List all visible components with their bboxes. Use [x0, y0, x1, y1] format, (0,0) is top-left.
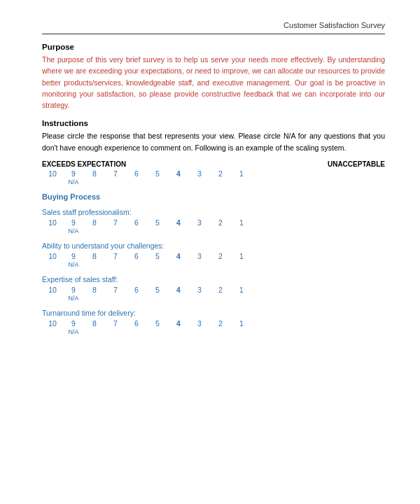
header-title: Customer Satisfaction Survey: [284, 21, 385, 29]
scale-labels: EXCEEDS EXPECTATION UNACCEPTABLE: [42, 160, 385, 168]
scale-example: EXCEEDS EXPECTATION UNACCEPTABLE 10 9 N/…: [42, 160, 385, 186]
scale-num-1: 1: [231, 169, 252, 178]
question-2-scale: 10 9 N/A 8 7 6 5 4 3 2 1: [42, 252, 385, 268]
scale-num-6: 6: [126, 169, 147, 178]
scale-num-8: 8: [84, 169, 105, 178]
question-4-scale: 10 9 N/A 8 7 6 5 4 3 2 1: [42, 319, 385, 335]
purpose-body: The purpose of this very brief survey is…: [42, 54, 385, 111]
scale-num-9-na: 9 N/A: [63, 169, 84, 186]
instructions-section: Instructions Please circle the response …: [42, 119, 385, 153]
instructions-body: Please circle the response that best rep…: [42, 130, 385, 153]
scale-example-numbers: 10 9 N/A 8 7 6 5 4 3 2 1: [42, 169, 385, 186]
scale-num-2: 2: [210, 169, 231, 178]
question-3-scale: 10 9 N/A 8 7 6 5 4 3 2 1: [42, 286, 385, 302]
question-1-label: Sales staff professionalism:: [42, 208, 385, 216]
instructions-heading: Instructions: [42, 119, 385, 127]
purpose-section: Purpose The purpose of this very brief s…: [42, 43, 385, 111]
scale-left-label: EXCEEDS EXPECTATION: [42, 160, 126, 168]
scale-right-label: UNACCEPTABLE: [328, 160, 385, 168]
question-1: Sales staff professionalism: 10 9 N/A 8 …: [42, 208, 385, 234]
buying-process-section: Buying Process Sales staff professionali…: [42, 192, 385, 335]
scale-num-5: 5: [147, 169, 168, 178]
question-1-scale: 10 9 N/A 8 7 6 5 4 3 2 1: [42, 218, 385, 234]
buying-process-heading: Buying Process: [42, 192, 385, 201]
page: Customer Satisfaction Survey Purpose The…: [0, 0, 420, 504]
header: Customer Satisfaction Survey: [42, 21, 385, 34]
question-2-label: Ability to understand your challenges:: [42, 241, 385, 250]
question-3: Expertise of sales staff: 10 9 N/A 8 7 6…: [42, 275, 385, 302]
question-4-label: Turnaround time for delivery:: [42, 309, 385, 317]
question-3-label: Expertise of sales staff:: [42, 275, 385, 284]
scale-num-7: 7: [105, 169, 126, 178]
question-2: Ability to understand your challenges: 1…: [42, 241, 385, 268]
scale-num-10: 10: [42, 169, 63, 178]
question-4: Turnaround time for delivery: 10 9 N/A 8…: [42, 309, 385, 335]
scale-num-4: 4: [168, 169, 189, 178]
purpose-heading: Purpose: [42, 43, 385, 51]
scale-num-3: 3: [189, 169, 210, 178]
